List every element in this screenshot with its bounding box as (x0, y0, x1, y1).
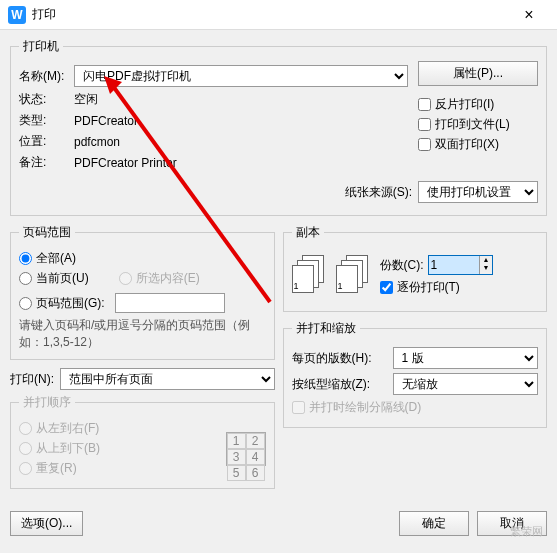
pages-group: 页码范围 全部(A) 当前页(U) 所选内容(E) 页码范围(G): 请键入页码… (10, 224, 275, 360)
name-label: 名称(M): (19, 68, 74, 85)
spin-down-icon[interactable]: ▼ (480, 264, 493, 272)
type-value: PDFCreator (74, 114, 138, 128)
selection-radio: 所选内容(E) (119, 269, 200, 287)
order-legend: 并打顺序 (19, 394, 75, 411)
paper-source-select[interactable]: 使用打印机设置 (418, 181, 538, 203)
copies-spinner[interactable]: ▲▼ (428, 255, 494, 275)
copies-group: 副本 321 321 份数(C): ▲▼ 逐份打印(T) (283, 224, 548, 312)
collate-icon: 321 321 (292, 255, 370, 295)
copies-label: 份数(C): (380, 257, 424, 274)
window-title: 打印 (32, 6, 509, 23)
paper-source-label: 纸张来源(S): (345, 184, 412, 201)
lr-radio: 从左到右(F) (19, 420, 100, 437)
range-input[interactable] (115, 293, 225, 313)
options-button[interactable]: 选项(O)... (10, 511, 83, 536)
pages-legend: 页码范围 (19, 224, 75, 241)
scale-label: 按纸型缩放(Z): (292, 376, 387, 393)
printer-select[interactable]: 闪电PDF虚拟打印机 (74, 65, 408, 87)
duplex-checkbox[interactable]: 双面打印(X) (418, 136, 538, 153)
copies-legend: 副本 (292, 224, 324, 241)
scale-group: 并打和缩放 每页的版数(H): 1 版 按纸型缩放(Z): 无缩放 并打时绘制分… (283, 320, 548, 428)
current-radio[interactable]: 当前页(U) (19, 270, 89, 287)
per-sheet-select[interactable]: 1 版 (393, 347, 539, 369)
tb-radio: 从上到下(B) (19, 440, 100, 457)
status-value: 空闲 (74, 91, 98, 108)
print-what-label: 打印(N): (10, 371, 54, 388)
range-radio[interactable]: 页码范围(G): (19, 293, 266, 313)
scale-select[interactable]: 无缩放 (393, 373, 539, 395)
printer-legend: 打印机 (19, 38, 63, 55)
printer-group: 打印机 名称(M): 闪电PDF虚拟打印机 状态:空闲 类型:PDFCreato… (10, 38, 547, 216)
order-preview-icon: 123456 (226, 432, 266, 466)
collate-checkbox[interactable]: 逐份打印(T) (380, 279, 494, 296)
location-value: pdfcmon (74, 135, 120, 149)
comment-label: 备注: (19, 154, 74, 171)
watermark: 繁荣网 (510, 524, 543, 539)
all-radio[interactable]: 全部(A) (19, 250, 89, 267)
scale-legend: 并打和缩放 (292, 320, 360, 337)
spin-up-icon[interactable]: ▲ (480, 256, 493, 264)
print-what-select[interactable]: 范围中所有页面 (60, 368, 275, 390)
sep-line-checkbox: 并打时绘制分隔线(D) (292, 399, 539, 416)
properties-button[interactable]: 属性(P)... (418, 61, 538, 86)
order-group: 并打顺序 从左到右(F) 从上到下(B) 重复(R) 123456 (10, 394, 275, 489)
status-label: 状态: (19, 91, 74, 108)
repeat-radio: 重复(R) (19, 460, 100, 477)
app-icon: W (8, 6, 26, 24)
print-to-file-checkbox[interactable]: 打印到文件(L) (418, 116, 538, 133)
type-label: 类型: (19, 112, 74, 129)
close-icon[interactable]: × (509, 6, 549, 24)
range-hint: 请键入页码和/或用逗号分隔的页码范围（例如：1,3,5-12） (19, 317, 266, 351)
comment-value: PDFCreator Printer (74, 156, 177, 170)
per-sheet-label: 每页的版数(H): (292, 350, 387, 367)
location-label: 位置: (19, 133, 74, 150)
reverse-print-checkbox[interactable]: 反片打印(I) (418, 96, 538, 113)
ok-button[interactable]: 确定 (399, 511, 469, 536)
